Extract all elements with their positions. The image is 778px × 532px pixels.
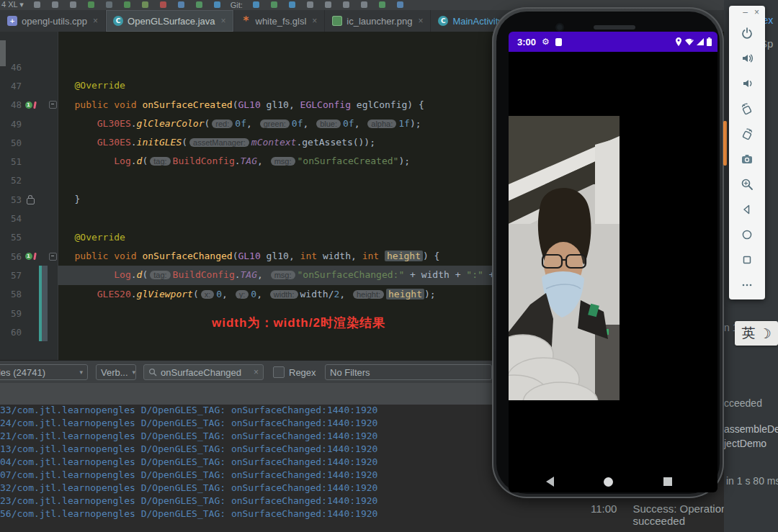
git-push-icon[interactable] (289, 1, 295, 8)
logcat-output[interactable]: 33/com.jtl.learnopengles D/OpenGLES_TAG:… (0, 405, 492, 532)
more-icon[interactable] (735, 272, 759, 297)
change-marker (39, 266, 48, 284)
bookmark-pin-icon (33, 253, 37, 260)
power-icon[interactable] (735, 20, 759, 45)
fold-icon[interactable] (49, 253, 57, 261)
logcat-toolbar: arnopengles (24741)▾ Verb...▾ onSurfaceC… (0, 360, 492, 384)
ide-settings-icon[interactable] (343, 1, 349, 8)
tab-ic_launcher.png[interactable]: ic_launcher.png× (325, 10, 431, 32)
override-marker-icon[interactable]: 1 (25, 102, 32, 109)
line-number: 49 (0, 119, 22, 130)
search-value: onSurfaceChanged (161, 367, 254, 378)
line-number: 50 (0, 137, 22, 148)
toolbar-icons-right (253, 1, 403, 8)
log-line[interactable]: 33/com.jtl.learnopengles D/OpenGLES_TAG:… (0, 405, 492, 418)
log-line[interactable]: 04/com.jtl.learnopengles D/OpenGLES_TAG:… (0, 456, 492, 469)
log-line[interactable]: 56/com.jtl.learnopengles D/OpenGLES_TAG:… (0, 508, 492, 521)
overview-icon[interactable] (735, 247, 759, 272)
log-line[interactable]: 21/com.jtl.learnopengles D/OpenGLES_TAG:… (0, 430, 492, 443)
device-manager-icon[interactable] (196, 1, 202, 8)
gradle-task-fragment: assembleDeb (724, 423, 778, 435)
gutter: 58 (0, 285, 58, 304)
log-line[interactable]: 13/com.jtl.learnopengles D/OpenGLES_TAG:… (0, 443, 492, 456)
history-icon[interactable] (307, 1, 313, 8)
avd-manager-icon[interactable] (397, 1, 403, 8)
close-icon[interactable]: × (220, 16, 225, 26)
screenshot-icon[interactable] (735, 146, 759, 171)
log-line[interactable]: 07/com.jtl.learnopengles D/OpenGLES_TAG:… (0, 469, 492, 482)
emulator-toolbar-icons (735, 20, 759, 297)
camera-preview (509, 116, 620, 400)
sync-project-icon[interactable] (214, 1, 220, 8)
close-icon[interactable]: × (312, 16, 317, 26)
log-line[interactable]: 24/com.jtl.learnopengles D/OpenGLES_TAG:… (0, 418, 492, 430)
tab-white_fs.glsl[interactable]: *white_fs.glsl× (234, 10, 326, 32)
gutter: 57 (0, 266, 58, 284)
fold-icon[interactable] (49, 101, 57, 109)
logcat-level-selector[interactable]: Verb...▾ (96, 364, 136, 380)
git-update-icon[interactable] (253, 1, 259, 8)
search-everywhere-icon[interactable] (361, 1, 367, 8)
zoom-icon[interactable] (735, 171, 759, 197)
log-line[interactable]: 23/com.jtl.learnopengles D/OpenGLES_TAG:… (0, 495, 492, 508)
undo-icon[interactable] (325, 1, 331, 8)
volume-down-icon[interactable] (735, 71, 759, 96)
tab-label: MainActivity (452, 16, 502, 27)
logcat-app-selector[interactable]: arnopengles (24741)▾ (0, 364, 88, 380)
phone-screen[interactable]: 3:00 ⚙ (509, 32, 717, 492)
log-line[interactable]: 32/com.jtl.learnopengles D/OpenGLES_TAG:… (0, 482, 492, 495)
profile-icon[interactable] (178, 1, 184, 8)
save-icon[interactable] (70, 1, 76, 8)
build-icon[interactable] (106, 1, 112, 8)
gutter: 561 (0, 247, 58, 266)
minimize-icon[interactable]: – (743, 7, 748, 17)
tab-opengl-utils.cpp[interactable]: +opengl-utils.cpp× (0, 10, 106, 32)
close-icon[interactable]: × (754, 7, 759, 17)
status-time: 3:00 (517, 37, 536, 48)
line-number: 52 (0, 175, 22, 186)
volume-up-icon[interactable] (735, 45, 759, 71)
home-icon[interactable] (735, 222, 759, 247)
new-icon[interactable] (34, 1, 40, 8)
overview-button[interactable] (663, 477, 672, 486)
stop-icon[interactable] (160, 1, 166, 8)
toolbar-icons-left (34, 1, 220, 8)
gutter: 53 (0, 190, 58, 209)
logcat-subheader (0, 383, 492, 405)
device-selector[interactable]: 4 XL ▾ (1, 0, 24, 9)
tab-OpenGLSurface.java[interactable]: COpenGLSurface.java× (106, 10, 233, 32)
clear-search-icon[interactable]: × (254, 367, 259, 377)
earpiece-speaker (594, 25, 635, 30)
back-icon[interactable] (735, 197, 759, 222)
regex-checkbox[interactable] (273, 366, 285, 378)
gutter: 55 (0, 228, 58, 247)
line-number: 51 (0, 156, 22, 167)
tab-label: white_fs.glsl (256, 16, 307, 27)
git-commit-icon[interactable] (271, 1, 277, 8)
change-marker (39, 133, 48, 152)
open-icon[interactable] (52, 1, 58, 8)
rotate-right-icon[interactable] (735, 121, 759, 146)
gutter: 481 (0, 96, 58, 114)
sdk-manager-icon[interactable] (379, 1, 385, 8)
logcat-filter-selector[interactable]: No Filters (325, 364, 492, 380)
override-marker-icon[interactable]: 1 (25, 253, 32, 260)
tab-label: ic_launcher.png (346, 16, 412, 27)
glsl-file-icon: * (241, 16, 251, 26)
back-button[interactable] (546, 477, 554, 487)
signal-icon (697, 38, 704, 45)
run-icon[interactable] (124, 1, 130, 8)
tab-label: opengl-utils.cpp (22, 16, 87, 27)
logcat-search-input[interactable]: onSurfaceChanged × (143, 364, 264, 380)
debug-icon[interactable] (142, 1, 148, 8)
line-number: 48 (0, 99, 22, 110)
png-file-icon (332, 16, 342, 26)
close-icon[interactable]: × (93, 16, 98, 26)
change-marker (39, 209, 48, 227)
home-button[interactable] (604, 477, 613, 487)
close-icon[interactable]: × (418, 16, 423, 26)
java-class-file-icon: C (113, 16, 123, 26)
sync-icon[interactable] (88, 1, 94, 8)
gutter: 51 (0, 152, 58, 171)
rotate-left-icon[interactable] (735, 96, 759, 121)
